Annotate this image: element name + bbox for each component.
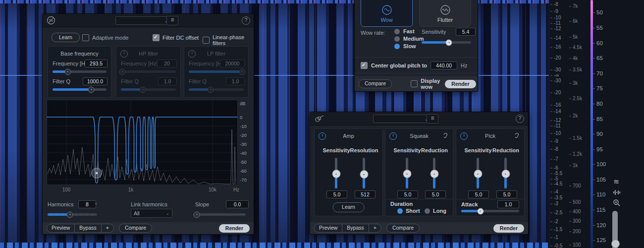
preset-dropdown[interactable]: ⌄: [373, 115, 431, 123]
sensitivity-vslider[interactable]: [406, 158, 408, 188]
fast-radio[interactable]: [394, 29, 400, 34]
slider-knob[interactable]: [88, 86, 95, 93]
tab-wow[interactable]: Wow: [361, 0, 413, 27]
long-radio[interactable]: [425, 208, 430, 214]
preset-menu-button[interactable]: ≡: [427, 114, 438, 124]
link-harmonics-dropdown[interactable]: All ⌄: [131, 209, 172, 218]
adaptive-mode-checkbox[interactable]: [82, 34, 89, 41]
slider-knob[interactable]: [477, 208, 483, 214]
filter-q-slider[interactable]: [53, 88, 107, 91]
slow-radio[interactable]: [394, 44, 400, 49]
resolution-vslider[interactable]: [363, 158, 365, 188]
preset-dropdown[interactable]: ⌄: [115, 16, 171, 25]
render-button[interactable]: Render: [493, 224, 524, 233]
preset-menu-button[interactable]: ≡: [166, 16, 178, 25]
slider-knob[interactable]: [140, 86, 146, 93]
linear-phase-control[interactable]: Linear-phase filters: [203, 34, 254, 46]
slider-knob[interactable]: [64, 68, 71, 75]
sensitivity-value[interactable]: 5.0: [397, 190, 418, 198]
compare-button[interactable]: Compare: [359, 79, 392, 88]
linear-phase-checkbox[interactable]: [203, 37, 210, 44]
reduction-value[interactable]: 5.0: [496, 190, 517, 198]
slider-knob[interactable]: [403, 170, 411, 178]
bypass-button[interactable]: Bypass: [74, 224, 101, 232]
slope-value[interactable]: 0.0: [226, 200, 249, 208]
filter-q-value[interactable]: 1.0: [226, 77, 245, 85]
adaptive-mode-control[interactable]: Adaptive mode: [82, 34, 128, 41]
zoom-icon[interactable]: [613, 199, 621, 207]
filter-q-slider[interactable]: [189, 88, 244, 91]
frequency-slider[interactable]: [121, 70, 176, 73]
sensitivity-slider[interactable]: [422, 41, 471, 44]
slider-knob[interactable]: [332, 170, 340, 178]
display-wow-control[interactable]: Display wow: [411, 78, 440, 90]
rate-option-slow[interactable]: Slow: [394, 43, 416, 49]
harmonics-slider[interactable]: [48, 213, 97, 216]
sensitivity-vslider[interactable]: [477, 158, 479, 188]
harmonics-stepper-icon[interactable]: ⌄: [94, 200, 98, 205]
center-pitch-label: Center global pitch to: [371, 62, 427, 68]
medium-radio[interactable]: [394, 36, 400, 42]
slider-knob[interactable]: [208, 86, 214, 93]
learn-button[interactable]: Learn: [332, 202, 365, 212]
render-button[interactable]: Render: [445, 80, 476, 88]
sensitivity-value[interactable]: 5.0: [326, 190, 347, 198]
slider-knob[interactable]: [474, 170, 482, 178]
help-icon[interactable]: ?: [516, 115, 524, 123]
tab-flutter[interactable]: Flutter: [419, 0, 471, 27]
frequency-slider[interactable]: [53, 70, 107, 73]
slider-knob[interactable]: [119, 68, 126, 75]
sensitivity-value[interactable]: 5.0: [468, 190, 489, 198]
filter-q-value[interactable]: 1.0: [158, 77, 177, 85]
resolution-value[interactable]: 512: [355, 190, 376, 198]
harmonics-value[interactable]: 8: [78, 200, 96, 208]
bypass-plus-button[interactable]: +: [369, 224, 381, 232]
help-icon[interactable]: ?: [242, 16, 250, 25]
reduction-vslider[interactable]: [504, 158, 507, 188]
preview-button[interactable]: Preview: [47, 224, 74, 232]
listen-ear-icon[interactable]: [514, 132, 520, 139]
slider-knob[interactable]: [446, 39, 452, 46]
compare-button[interactable]: Compare: [386, 224, 420, 233]
listen-ear-icon[interactable]: [442, 132, 449, 139]
reduction-vslider[interactable]: [433, 158, 435, 188]
slider-knob[interactable]: [194, 211, 200, 218]
filter-q-slider[interactable]: [121, 88, 176, 91]
center-pitch-checkbox[interactable]: [361, 62, 368, 69]
reduction-value[interactable]: 5.0: [425, 190, 446, 198]
center-pitch-value[interactable]: 440.00: [430, 62, 457, 69]
levels-meter-icon[interactable]: [613, 189, 621, 195]
attack-slider[interactable]: [461, 210, 519, 212]
frequency-value[interactable]: 293.5: [85, 60, 107, 67]
bypass-button[interactable]: Bypass: [342, 224, 368, 232]
preview-button[interactable]: Preview: [315, 224, 342, 232]
sensitivity-value[interactable]: 5.4: [456, 28, 476, 36]
display-wow-checkbox[interactable]: [411, 80, 418, 87]
duration-long-option[interactable]: Long: [425, 208, 446, 214]
filter-q-value[interactable]: 1000.0: [83, 77, 107, 85]
frequency-value[interactable]: 20: [157, 60, 177, 67]
bypass-plus-button[interactable]: +: [101, 224, 113, 232]
compare-button[interactable]: Compare: [119, 224, 152, 233]
filter-dc-checkbox[interactable]: [153, 34, 160, 41]
duration-short-option[interactable]: Short: [397, 208, 420, 214]
slider-knob[interactable]: [67, 211, 73, 218]
slider-knob[interactable]: [239, 68, 245, 75]
slider-knob[interactable]: [430, 170, 438, 178]
sensitivity-vslider[interactable]: [335, 158, 337, 188]
slider-knob[interactable]: [501, 170, 510, 178]
slope-slider[interactable]: [195, 213, 246, 216]
frequency-slider[interactable]: [189, 70, 244, 73]
waves-display-icon[interactable]: ≋: [612, 178, 621, 186]
learn-button[interactable]: Learn: [52, 33, 80, 42]
slider-knob[interactable]: [360, 170, 368, 179]
rate-option-fast[interactable]: Fast: [394, 28, 415, 34]
filter-response-graph[interactable]: dB0-10-20-30-40-50-60-70 1001k10kHz: [47, 100, 250, 195]
zoom-scrollbar-knob[interactable]: [611, 240, 620, 248]
rate-option-medium[interactable]: Medium: [394, 36, 424, 42]
filter-dc-control[interactable]: Filter DC offset: [153, 34, 199, 41]
attack-value[interactable]: 1.0: [497, 200, 519, 208]
render-button[interactable]: Render: [219, 224, 250, 233]
short-radio[interactable]: [397, 208, 403, 214]
frequency-value[interactable]: 20000: [220, 60, 245, 67]
